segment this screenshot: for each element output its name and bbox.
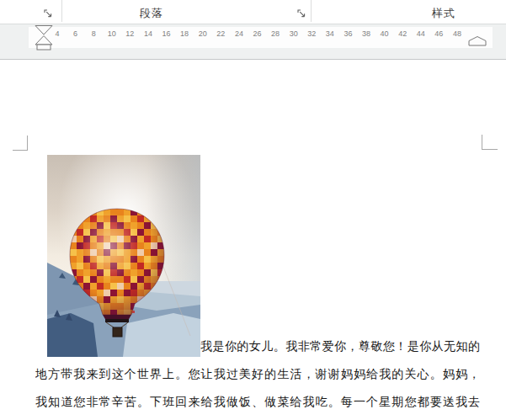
- ruler-number: 44: [417, 29, 425, 38]
- ruler-number: 12: [125, 29, 134, 38]
- ruler-number: 36: [344, 29, 352, 38]
- ruler-number: 28: [271, 29, 280, 38]
- dialog-launcher-icon[interactable]: [44, 9, 53, 19]
- balloon-photo[interactable]: [47, 155, 200, 357]
- corner-mark-top-left: [13, 150, 28, 151]
- ruler-number: 6: [73, 29, 77, 38]
- ribbon-bottom-strip: 段落 样式: [0, 0, 506, 24]
- ruler-number: 48: [453, 29, 461, 38]
- corner-mark-top-right: [482, 135, 482, 150]
- ruler-number: 4: [55, 29, 59, 38]
- ruler-number: 16: [162, 29, 171, 38]
- ruler-number: 20: [199, 29, 207, 38]
- group-separator: [311, 0, 312, 22]
- group-separator: [61, 0, 62, 22]
- indent-markers[interactable]: [34, 25, 56, 51]
- ruler-number: 46: [434, 29, 443, 38]
- ruler-number: 8: [92, 29, 96, 38]
- ruler-number: 18: [180, 29, 189, 38]
- ruler-number: 22: [216, 29, 225, 38]
- document-page[interactable]: 我是你的女儿。我非常爱你，尊敬您！是你从无知的 地方带我来到这个世界上。您让我过…: [0, 60, 506, 420]
- corner-mark-top-right: [482, 149, 498, 150]
- word-window: 段落 样式 4681012141618202224262830323436384…: [0, 0, 506, 420]
- group-label-paragraph: 段落: [125, 6, 178, 21]
- paragraph-line[interactable]: 我知道您非常辛苦。下班回来给我做饭、做菜给我吃。每一个星期您都要送我去: [35, 393, 480, 410]
- ruler-number: 42: [398, 29, 407, 38]
- group-label-styles: 样式: [417, 6, 471, 21]
- left-indent-marker[interactable]: [37, 45, 51, 50]
- dialog-launcher-icon[interactable]: [297, 9, 306, 19]
- ruler-number: 14: [144, 29, 152, 38]
- right-indent-marker[interactable]: [468, 36, 487, 46]
- ruler-number: 38: [362, 29, 370, 38]
- ruler-number: 40: [381, 29, 389, 38]
- ruler-number: 24: [235, 29, 243, 38]
- ruler-number: 34: [326, 29, 334, 38]
- paragraph-line[interactable]: 地方带我来到这个世界上。您让我过美好的生活，谢谢妈妈给我的关心。妈妈，: [35, 365, 480, 382]
- ruler-number: 30: [290, 29, 298, 38]
- ruler: 4681012141618202224262830323436384042444…: [0, 24, 506, 60]
- ruler-number: 32: [307, 29, 316, 38]
- paragraph-line[interactable]: 我是你的女儿。我非常爱你，尊敬您！是你从无知的: [200, 338, 480, 354]
- ruler-number: 26: [253, 29, 261, 38]
- corner-mark-top-left: [27, 136, 28, 151]
- first-line-indent-marker[interactable]: [35, 26, 52, 35]
- ruler-number: 10: [108, 29, 116, 38]
- hanging-indent-marker[interactable]: [35, 36, 52, 45]
